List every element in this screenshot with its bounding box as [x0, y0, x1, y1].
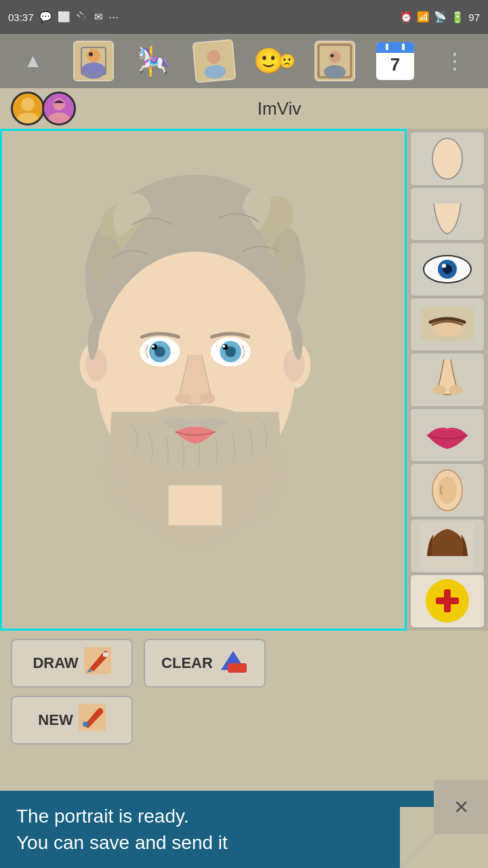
nav-more-button[interactable]: ⋮	[434, 39, 477, 83]
hair-button[interactable]	[410, 519, 485, 573]
usb-icon: 🔌	[76, 11, 89, 23]
eye-button[interactable]	[410, 242, 485, 296]
new-label: NEW	[38, 711, 73, 729]
svg-point-54	[449, 385, 462, 395]
canvas-area[interactable]	[0, 129, 407, 631]
svg-point-2	[81, 62, 106, 79]
svg-point-53	[432, 385, 446, 395]
draw-button[interactable]: DRAW	[11, 639, 133, 688]
status-left: 03:37 💬 ⬜ 🔌 ✉ ⋯	[8, 11, 119, 23]
svg-text:7: 7	[390, 54, 399, 75]
svg-point-23	[53, 98, 65, 111]
draw-icon	[84, 647, 111, 679]
bottom-area: DRAW CLEAR NEW	[0, 631, 488, 746]
battery-icon: 🔋	[451, 11, 464, 24]
eyebrow-button[interactable]	[410, 298, 485, 352]
top-nav: ▲ 🎠 🙂 🙁	[0, 34, 488, 88]
svg-point-64	[83, 722, 88, 727]
wifi-icon: 📶	[417, 11, 430, 23]
action-row-1: DRAW CLEAR	[11, 639, 477, 688]
lips-button[interactable]	[410, 408, 485, 462]
new-button[interactable]: NEW	[11, 696, 133, 745]
svg-point-41	[199, 393, 216, 404]
svg-rect-29	[169, 486, 222, 526]
svg-rect-60	[444, 589, 451, 612]
svg-point-20	[21, 98, 35, 111]
app-title-bar: ImViv	[0, 88, 488, 129]
status-right: ⏰ 📶 📡 🔋 97	[400, 11, 480, 24]
face-illustration	[43, 158, 348, 599]
more-icon: ⋯	[108, 11, 119, 23]
svg-rect-17	[386, 43, 388, 50]
svg-point-39	[222, 345, 225, 348]
nav-emoji-button[interactable]: 🙂 🙁	[253, 39, 296, 83]
message-icon: 💬	[39, 11, 52, 23]
app-title: ImViv	[81, 98, 477, 119]
user-avatar-2[interactable]	[42, 92, 76, 125]
status-bar: 03:37 💬 ⬜ 🔌 ✉ ⋯ ⏰ 📶 📡 🔋 97	[0, 0, 488, 34]
right-panel	[407, 129, 488, 631]
time-display: 03:37	[8, 12, 34, 23]
nose-button[interactable]	[410, 353, 485, 407]
svg-rect-62	[228, 663, 247, 673]
action-row-2: NEW	[11, 696, 477, 745]
user-avatar-1[interactable]	[11, 92, 45, 125]
new-icon	[79, 704, 106, 736]
svg-point-50	[442, 264, 446, 268]
notification-text: The portrait is ready. You can save and …	[16, 806, 228, 853]
ear-button[interactable]	[410, 463, 485, 517]
add-feature-button[interactable]	[410, 574, 485, 629]
svg-point-12	[330, 54, 333, 58]
chin-button[interactable]	[410, 187, 485, 241]
svg-point-46	[432, 138, 462, 179]
nav-back-button[interactable]: ▲	[12, 39, 55, 83]
draw-label: DRAW	[33, 654, 78, 672]
svg-point-1	[87, 49, 100, 62]
nav-calendar-button[interactable]: 7	[373, 39, 417, 83]
battery-percent: 97	[468, 12, 480, 23]
nav-photo2-button[interactable]	[190, 37, 237, 84]
screen-icon: ⬜	[58, 11, 70, 23]
nav-photo3-button[interactable]	[313, 39, 357, 83]
svg-point-10	[329, 51, 341, 63]
clear-icon	[218, 648, 248, 678]
notification-close-button[interactable]: ✕	[434, 780, 488, 834]
nav-carousel-button[interactable]: 🎠	[132, 39, 176, 83]
clear-button[interactable]: CLEAR	[144, 639, 266, 688]
clear-label: CLEAR	[161, 654, 213, 672]
nav-photo1-button[interactable]	[72, 39, 115, 83]
svg-point-40	[175, 393, 191, 404]
face-shape-button[interactable]	[410, 132, 485, 186]
svg-rect-18	[402, 43, 405, 50]
signal-icon: 📡	[434, 11, 447, 23]
notification-banner: The portrait is ready. You can save and …	[0, 791, 461, 868]
close-icon: ✕	[453, 796, 469, 818]
svg-point-11	[324, 65, 346, 79]
svg-rect-15	[376, 47, 414, 53]
svg-point-3	[89, 52, 93, 56]
alarm-icon: ⏰	[400, 11, 413, 23]
main-area	[0, 129, 488, 631]
mail-icon: ✉	[94, 11, 103, 23]
svg-point-34	[152, 345, 155, 348]
